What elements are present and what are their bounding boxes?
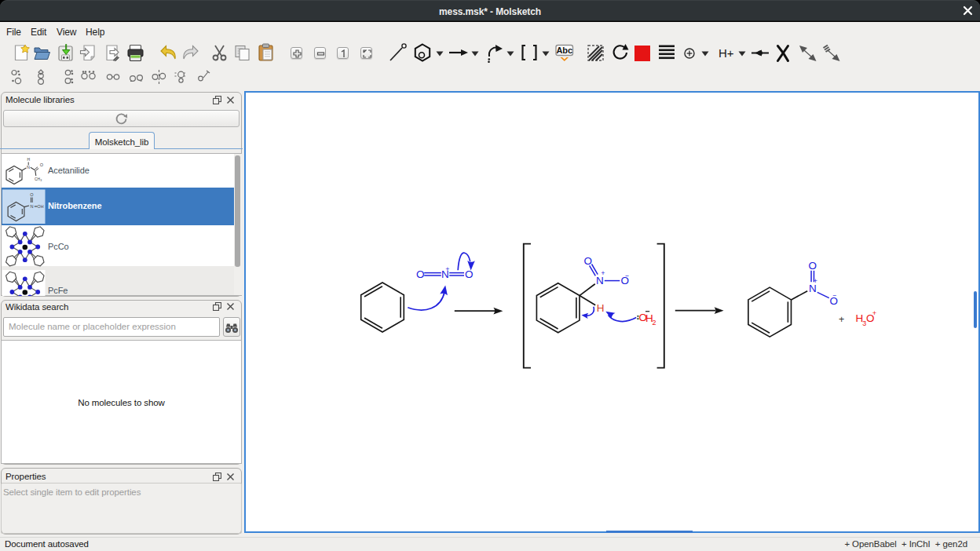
svg-text:OH: OH — [38, 204, 44, 209]
svg-text:N: N — [31, 204, 34, 209]
svg-text:−: − — [833, 291, 837, 299]
svg-text:+: + — [872, 308, 877, 317]
svg-text:Abc: Abc — [556, 46, 572, 55]
svg-text:2: 2 — [652, 319, 656, 327]
svg-text:3: 3 — [40, 179, 42, 182]
svg-text:N: N — [27, 165, 30, 170]
svg-text:+: + — [445, 265, 449, 273]
svg-text:O: O — [416, 268, 425, 280]
svg-text:O: O — [583, 255, 592, 267]
svg-text:O: O — [809, 260, 817, 272]
svg-text:O: O — [465, 268, 474, 280]
svg-text:H: H — [597, 302, 605, 314]
svg-text:O: O — [40, 162, 44, 167]
svg-text:+: + — [839, 314, 844, 325]
svg-text:H: H — [27, 157, 30, 162]
svg-text:+: + — [601, 269, 605, 277]
svg-text:−: − — [625, 272, 629, 279]
svg-text:O: O — [30, 192, 34, 197]
